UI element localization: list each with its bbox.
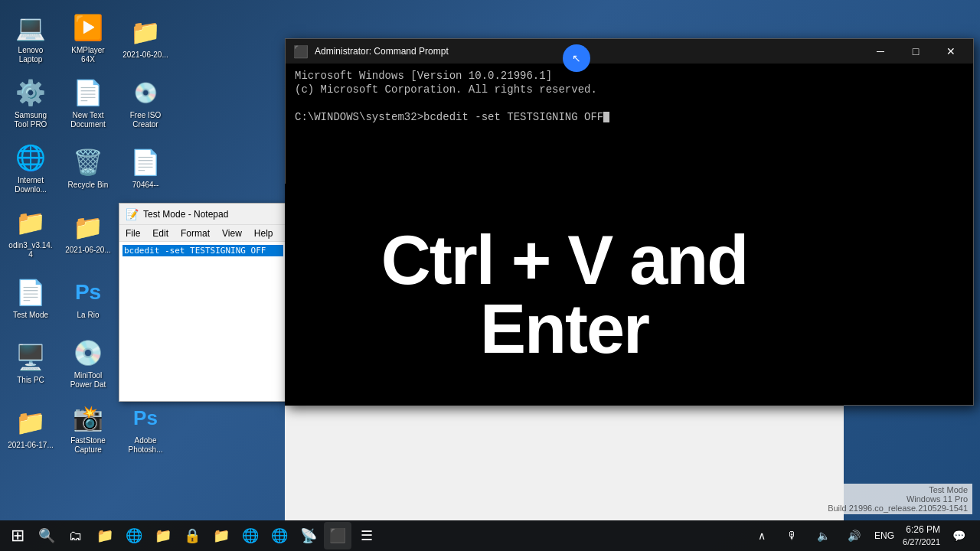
icon-label-lario: La Rio: [77, 311, 100, 320]
cmd-line-3: [295, 97, 964, 109]
cmd-cursor: [603, 112, 609, 122]
test-mode-icon: 📄: [15, 277, 46, 308]
icon-this-pc[interactable]: 🖥️ This PC: [4, 333, 57, 394]
wifi-button[interactable]: 📡: [295, 522, 322, 549]
icon-label-freeiso: Free ISO Creator: [122, 111, 169, 129]
tray-chevron[interactable]: ∧: [748, 522, 776, 549]
icon-new-text-document[interactable]: 📄 New Text Document: [61, 73, 115, 134]
lock-button[interactable]: 🔒: [178, 522, 206, 549]
tray-mic[interactable]: 🎙: [779, 522, 806, 549]
chrome2-taskbar-button[interactable]: 🌐: [266, 522, 293, 549]
date-folder3-icon: 📁: [130, 17, 161, 47]
cmd-taskbar-button[interactable]: ⬛: [324, 522, 351, 549]
file-70464-icon: 📄: [130, 147, 161, 178]
icon-la-rio[interactable]: Ps La Rio: [61, 268, 115, 329]
icon-label-thispc: This PC: [17, 376, 44, 385]
icon-test-mode[interactable]: 📄 Test Mode: [4, 268, 57, 329]
icon-label-70464: 70464--: [132, 181, 158, 190]
free-iso-icon: 💿: [130, 77, 161, 108]
watermark-line3: Build 21996.co_release.210529-1541: [828, 504, 968, 513]
notepad-menu[interactable]: File Edit Format View Help: [119, 225, 286, 242]
start-button[interactable]: ⊞: [4, 522, 31, 549]
taskbar-folder2-button[interactable]: 📁: [207, 522, 235, 549]
icon-faststone[interactable]: 📸 FastStone Capture: [61, 398, 115, 459]
taskbar-clock[interactable]: 6:26 PM 6/27/2021: [903, 524, 940, 547]
icon-odin[interactable]: 📁 odin3_v3.14.4: [4, 203, 57, 264]
notepad-titlebar: 📝 Test Mode - Notepad: [119, 204, 286, 225]
notepad-icon: 📝: [126, 208, 139, 220]
menu-format[interactable]: Format: [178, 228, 213, 239]
icon-samsung-tool[interactable]: ⚙️ Samsung Tool PRO: [4, 73, 57, 134]
tray-network[interactable]: 🔈: [809, 522, 837, 549]
date-folder1-icon: 📁: [15, 407, 46, 438]
icon-label-odin: odin3_v3.14.4: [7, 241, 54, 259]
cmd-close-button[interactable]: ✕: [933, 39, 969, 64]
search-button[interactable]: 🔍: [33, 522, 60, 549]
task-view-button[interactable]: 🗂: [62, 522, 90, 549]
taskbar-folder-button[interactable]: 📁: [149, 522, 177, 549]
file-explorer-button[interactable]: 📁: [91, 522, 119, 549]
cmd-titlebar: ⬛ Administrator: Command Prompt ─ □ ✕: [286, 39, 973, 64]
icon-lenovo-laptop[interactable]: 💻 Lenovo Laptop: [4, 8, 57, 69]
adobe-ps-icon: Ps: [130, 403, 161, 433]
icon-label-recycle: Recycle Bin: [68, 181, 109, 190]
icon-label-kmplayer: KMPlayer 64X: [64, 46, 112, 64]
odin-folder-icon: 📁: [15, 207, 46, 238]
overlay-line2: Enter: [480, 295, 648, 364]
taskbar-left[interactable]: ⊞ 🔍 🗂 📁 🌐 📁 🔒 📁 🌐 🌐 📡 ⬛ ☰: [0, 522, 381, 549]
icon-date-folder1[interactable]: 📁 2021-06-17...: [4, 398, 57, 459]
tray-volume[interactable]: 🔊: [840, 522, 867, 549]
internet-download-icon: 🌐: [15, 142, 46, 173]
samsung-tool-icon: ⚙️: [15, 77, 46, 108]
cursor-indicator: ↖: [563, 44, 590, 72]
icon-label-date1: 2021-06-17...: [8, 441, 54, 450]
la-rio-icon: Ps: [73, 277, 103, 308]
cmd-window-controls[interactable]: ─ □ ✕: [866, 42, 965, 60]
icon-label-newtextdoc: New Text Document: [64, 111, 112, 129]
watermark: Test Mode Windows 11 Pro Build 21996.co_…: [823, 484, 972, 514]
cmd-minimize-button[interactable]: ─: [863, 39, 898, 64]
icon-recycle-bin[interactable]: 🗑️ Recycle Bin: [61, 138, 115, 199]
icon-label-minitool: MiniTool Power Dat: [64, 371, 112, 390]
tray-lang[interactable]: ENG: [871, 522, 898, 549]
icon-date-folder2[interactable]: 📁 2021-06-20...: [61, 203, 115, 264]
menu-help[interactable]: Help: [251, 228, 276, 239]
menu-view[interactable]: View: [219, 228, 245, 239]
lenovo-laptop-icon: 💻: [15, 12, 46, 43]
icon-label-lenovo: Lenovo Laptop: [7, 46, 54, 64]
icon-minitool[interactable]: 💿 MiniTool Power Dat: [61, 333, 115, 394]
cmd-prompt-text: C:\WINDOWS\system32>bcdedit -set TESTSIG…: [295, 111, 603, 123]
menu-edit[interactable]: Edit: [149, 228, 172, 239]
icon-internet-download[interactable]: 🌐 Internet Downlo...: [4, 138, 57, 199]
chrome-taskbar-button[interactable]: 🌐: [237, 522, 264, 549]
notification-button[interactable]: 💬: [945, 522, 972, 549]
new-text-doc-icon: 📄: [73, 77, 103, 108]
cmd-line-4: C:\WINDOWS\system32>bcdedit -set TESTSIG…: [295, 111, 964, 123]
notepad-selected-text: bcdedit -set TESTSIGNING OFF: [122, 245, 283, 256]
edge-button[interactable]: 🌐: [120, 522, 148, 549]
taskbar-time: 6:26 PM: [903, 524, 940, 536]
faststone-icon: 📸: [73, 403, 103, 433]
icon-label-date3: 2021-06-20...: [122, 51, 168, 60]
notepad-window[interactable]: 📝 Test Mode - Notepad File Edit Format V…: [119, 203, 287, 402]
icon-file-70464[interactable]: 📄 70464--: [119, 138, 172, 199]
overlay-line1: Ctrl + V and: [381, 226, 748, 295]
cmd-maximize-button[interactable]: □: [898, 39, 933, 64]
taskbar-date: 6/27/2021: [903, 536, 940, 547]
notepad-title: Test Mode - Notepad: [143, 209, 228, 220]
desktop: 💻 Lenovo Laptop ⚙️ Samsung Tool PRO 🌐 In…: [0, 0, 980, 551]
taskbar: ⊞ 🔍 🗂 📁 🌐 📁 🔒 📁 🌐 🌐 📡 ⬛ ☰ ∧ 🎙 🔈 🔊 ENG: [0, 520, 980, 551]
icon-label-internet: Internet Downlo...: [7, 176, 54, 194]
icon-label-testmode: Test Mode: [13, 311, 48, 320]
notepad-taskbar-button[interactable]: ☰: [353, 522, 381, 549]
icon-kmplayer[interactable]: ▶️ KMPlayer 64X: [61, 8, 115, 69]
overlay-text-area: Ctrl + V and Enter: [285, 184, 844, 406]
watermark-line2: Windows 11 Pro: [828, 494, 968, 504]
watermark-line1: Test Mode: [828, 485, 968, 494]
notepad-content[interactable]: bcdedit -set TESTSIGNING OFF: [119, 242, 286, 259]
taskbar-tray-icons[interactable]: ∧ 🎙 🔈 🔊 ENG: [748, 522, 898, 549]
icon-adobe-photoshop[interactable]: Ps Adobe Photosh...: [119, 398, 172, 459]
icon-date-folder3[interactable]: 📁 2021-06-20...: [119, 8, 172, 69]
icon-free-iso[interactable]: 💿 Free ISO Creator: [119, 73, 172, 134]
menu-file[interactable]: File: [122, 228, 143, 239]
